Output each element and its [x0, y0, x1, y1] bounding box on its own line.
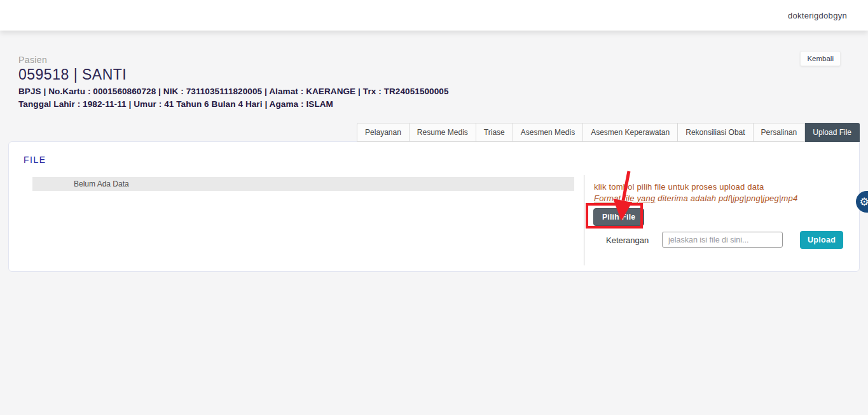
patient-header: Pasien 059518 | SANTI BPJS | No.Kartu : … [0, 31, 868, 109]
empty-file-list-row: Belum Ada Data [32, 177, 574, 191]
file-card: FILE Belum Ada Data klik tombol pilih fi… [8, 141, 860, 272]
patient-id-name: 059518 | SANTI [18, 66, 868, 83]
tab-asesmen-keperawatan[interactable]: Asesmen Keperawatan [583, 123, 678, 142]
keterangan-input[interactable] [662, 232, 783, 248]
vertical-divider [584, 175, 584, 265]
top-bar: dokterigdobgyn [0, 0, 868, 31]
tab-bar: Pelayanan Resume Medis Triase Asesmen Me… [0, 123, 860, 142]
tab-rekonsiliasi-obat[interactable]: Rekonsiliasi Obat [678, 123, 753, 142]
file-section-heading: FILE [24, 155, 46, 165]
format-note-underlined: Format file yang [594, 193, 655, 203]
upload-instruction-text: klik tombol pilih file untuk proses uplo… [594, 182, 764, 192]
upload-format-note: Format file yang diterima adalah pdf|jpg… [594, 193, 797, 203]
choose-file-button[interactable]: Pilih File [593, 208, 644, 226]
patient-detail-line-1: BPJS | No.Kartu : 0001560860728 | NIK : … [18, 87, 868, 96]
tab-upload-file[interactable]: Upload File [805, 123, 860, 142]
tab-pelayanan[interactable]: Pelayanan [357, 123, 410, 142]
page-content: Pasien 059518 | SANTI BPJS | No.Kartu : … [0, 31, 868, 415]
tab-triase[interactable]: Triase [476, 123, 513, 142]
upload-button[interactable]: Upload [800, 231, 843, 249]
logged-in-username[interactable]: dokterigdobgyn [788, 11, 847, 20]
format-note-rest: diterima adalah pdf|jpg|png|jpeg|mp4 [655, 193, 797, 203]
tab-resume-medis[interactable]: Resume Medis [410, 123, 476, 142]
back-button[interactable]: Kembali [800, 51, 841, 66]
tab-asesmen-medis[interactable]: Asesmen Medis [513, 123, 583, 142]
patient-section-label: Pasien [18, 55, 868, 65]
tab-persalinan[interactable]: Persalinan [754, 123, 806, 142]
gear-icon: ⚙ [859, 197, 868, 208]
patient-detail-line-2: Tanggal Lahir : 1982-11-11 | Umur : 41 T… [18, 99, 868, 109]
keterangan-label: Keterangan [606, 236, 649, 245]
